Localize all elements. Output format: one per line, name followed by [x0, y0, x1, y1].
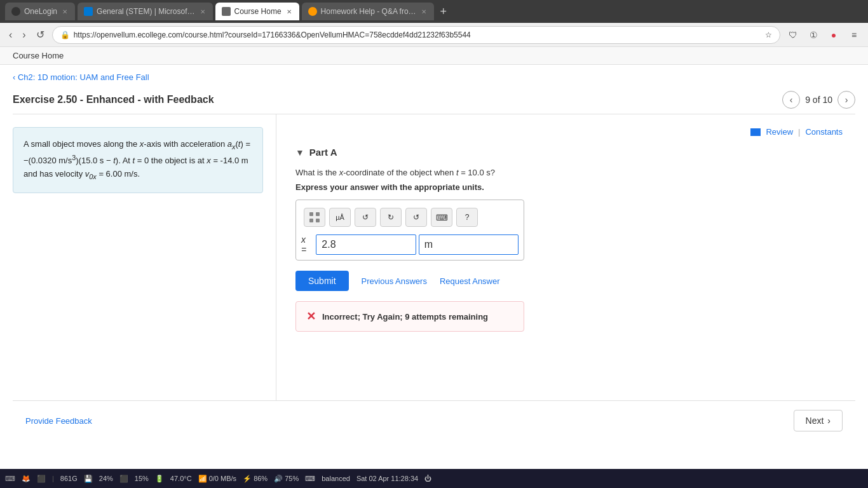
redo-button[interactable]: ↻	[380, 208, 402, 227]
reload-button[interactable]: ↺	[34, 26, 47, 43]
browser-toolbar-icons: 🛡 ① ● ≡	[785, 27, 862, 43]
taskbar-brightness: ⚡ 86%	[243, 475, 268, 483]
constants-link[interactable]: Constants	[805, 127, 843, 137]
review-constants-bar: Review | Constants	[295, 127, 843, 137]
taskbar-mem: 24%	[99, 475, 113, 482]
taskbar-icon-storage: 💾	[84, 475, 93, 483]
keyboard-button[interactable]: ⌨	[431, 208, 452, 227]
extension-icon-3[interactable]: ●	[826, 27, 841, 43]
svg-rect-2	[309, 219, 313, 222]
next-label: Next	[806, 416, 824, 426]
math-value-input[interactable]	[316, 234, 416, 255]
part-arrow[interactable]: ▼	[295, 147, 304, 158]
taskbar-icon-mem: ⬛	[119, 475, 128, 483]
tab-microsoft[interactable]: General (STEM) | Microsof… ✕	[78, 3, 212, 20]
tab-microsoft-label: General (STEM) | Microsof…	[97, 7, 194, 16]
taskbar-datetime: Sat 02 Apr 11:28:34	[356, 475, 418, 482]
problem-text: A small object moves along the x-axis wi…	[24, 139, 250, 179]
answer-panel: Review | Constants ▼ Part A What is the …	[276, 114, 855, 400]
question-text: What is the x-coordinate of the object w…	[295, 168, 843, 177]
taskbar-firefox-icon[interactable]: 🦊	[22, 475, 31, 483]
homework-icon	[308, 7, 317, 16]
tab-onelogin[interactable]: OneLogin ✕	[5, 3, 75, 20]
url-bar[interactable]: 🔒 https://openvellum.ecollege.com/course…	[52, 26, 780, 44]
address-bar: ‹ › ↺ 🔒 https://openvellum.ecollege.com/…	[0, 23, 868, 47]
action-row: Submit Previous Answers Request Answer	[295, 271, 843, 291]
tab-onelogin-label: OneLogin	[24, 7, 57, 16]
taskbar-keyboard-icon: ⌨	[305, 475, 315, 483]
menu-icon[interactable]: ≡	[846, 27, 862, 43]
taskbar-storage: 861G	[60, 475, 78, 482]
undo-button[interactable]: ↺	[355, 208, 376, 227]
review-link[interactable]: Review	[750, 127, 793, 137]
taskbar-temp: 47.0°C	[170, 475, 192, 482]
taskbar-item-1: ⬛	[37, 475, 46, 483]
problem-box: A small object moves along the x-axis wi…	[13, 127, 263, 193]
pagination: ‹ 9 of 10 ›	[782, 91, 855, 109]
exercise-header: Exercise 2.50 - Enhanced - with Feedback…	[13, 86, 855, 114]
feedback-box: ✕ Incorrect; Try Again; 9 attempts remai…	[295, 301, 524, 332]
tab-coursehome-label: Course Home	[234, 7, 281, 16]
url-text: https://openvellum.ecollege.com/course.h…	[74, 30, 761, 39]
onelogin-icon	[11, 7, 20, 16]
math-input-row: x =	[301, 234, 519, 255]
taskbar-power-icon: ⏻	[424, 475, 431, 482]
constants-label: Constants	[805, 127, 843, 137]
math-toolbar: µÅ ↺ ↻ ↺ ⌨ ?	[301, 205, 519, 229]
math-unit-input[interactable]	[419, 234, 519, 255]
svg-rect-1	[316, 212, 320, 216]
extension-icon-1[interactable]: 🛡	[785, 27, 801, 43]
submit-button[interactable]: Submit	[295, 271, 349, 291]
tab-coursehome-close[interactable]: ✕	[285, 7, 293, 17]
extension-icon-2[interactable]: ①	[806, 27, 821, 43]
taskbar-wifi: 📶 0/0 MB/s	[198, 475, 236, 483]
request-answer-link[interactable]: Request Answer	[440, 276, 500, 286]
tab-microsoft-close[interactable]: ✕	[199, 7, 207, 17]
help-button[interactable]: ?	[456, 208, 478, 227]
tab-homework[interactable]: Homework Help - Q&A fro… ✕	[302, 3, 434, 20]
page-header: Course Home	[0, 47, 868, 65]
pipe-separator: |	[798, 127, 800, 137]
secure-icon: 🔒	[60, 30, 70, 39]
tab-homework-label: Homework Help - Q&A fro…	[321, 7, 416, 16]
provide-feedback-link[interactable]: Provide Feedback	[25, 416, 92, 426]
bottom-bar: Provide Feedback Next ›	[13, 400, 855, 440]
error-icon: ✕	[306, 309, 316, 323]
previous-answers-link[interactable]: Previous Answers	[362, 276, 427, 286]
breadcrumb-link[interactable]: ‹ Ch2: 1D motion: UAM and Free Fall	[13, 72, 149, 82]
tab-onelogin-close[interactable]: ✕	[61, 7, 69, 17]
bookmark-icon[interactable]: ☆	[765, 30, 772, 39]
tab-coursehome[interactable]: Course Home ✕	[215, 3, 299, 20]
next-page-button[interactable]: ›	[837, 91, 855, 109]
breadcrumb-chevron: ‹	[13, 72, 18, 82]
express-units-label: Express your answer with the appropriate…	[295, 182, 843, 192]
part-label: Part A	[309, 147, 337, 158]
tab-homework-close[interactable]: ✕	[420, 7, 428, 17]
new-tab-button[interactable]: +	[437, 5, 451, 18]
svg-rect-0	[309, 212, 313, 216]
breadcrumb: ‹ Ch2: 1D motion: UAM and Free Fall	[13, 65, 855, 86]
main-content: ‹ Ch2: 1D motion: UAM and Free Fall Exer…	[0, 65, 868, 463]
taskbar-terminal-icon[interactable]: ⌨	[5, 475, 15, 483]
svg-rect-3	[316, 219, 320, 222]
taskbar-icon-battery: 🔋	[155, 475, 164, 483]
review-label: Review	[766, 127, 793, 137]
problem-panel: A small object moves along the x-axis wi…	[13, 114, 276, 400]
part-header: ▼ Part A	[295, 147, 843, 158]
matrix-button[interactable]	[304, 208, 325, 227]
breadcrumb-text: Ch2: 1D motion: UAM and Free Fall	[18, 72, 149, 82]
micro-button[interactable]: µÅ	[329, 208, 351, 227]
content-area: A small object moves along the x-axis wi…	[13, 114, 855, 400]
next-button[interactable]: Next ›	[794, 410, 843, 431]
taskbar-power-mode: balanced	[322, 475, 350, 482]
forward-button[interactable]: ›	[20, 27, 28, 43]
back-button[interactable]: ‹	[6, 27, 15, 43]
feedback-text: Incorrect; Try Again; 9 attempts remaini…	[322, 312, 488, 322]
taskbar-volume: 🔊 75%	[274, 475, 299, 483]
page-header-label: Course Home	[13, 51, 64, 60]
prev-page-button[interactable]: ‹	[782, 91, 800, 109]
review-icon	[750, 128, 761, 136]
next-arrow: ›	[827, 416, 831, 426]
coursehome-icon	[222, 7, 231, 16]
reset-button[interactable]: ↺	[405, 208, 427, 227]
